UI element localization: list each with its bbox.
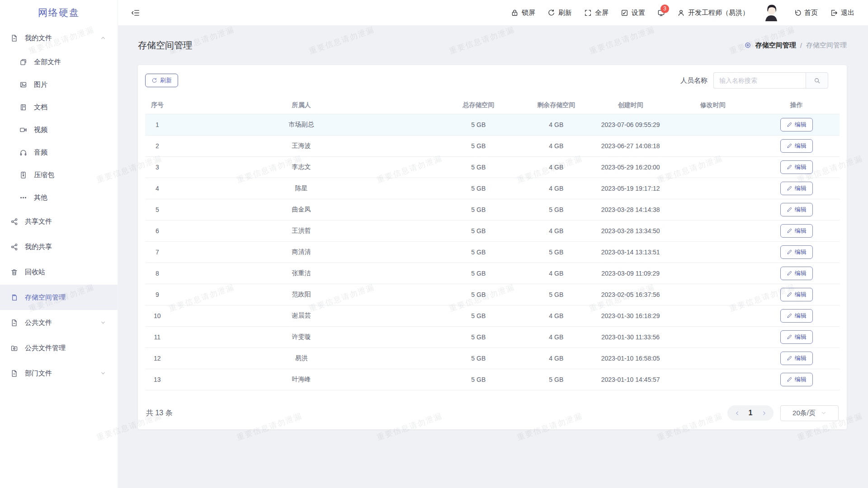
sidebar-item-others[interactable]: 其他 (0, 186, 118, 209)
sidebar-item-public-files[interactable]: 公共文件 (0, 310, 118, 335)
current-page[interactable]: 1 (745, 409, 756, 417)
breadcrumb-item-first[interactable]: 存储空间管理 (755, 41, 796, 50)
search-input[interactable] (713, 72, 806, 89)
cell-owner: 李志文 (170, 156, 434, 178)
sidebar-item-archives[interactable]: 压缩包 (0, 164, 118, 186)
sidebar-item-shared-files[interactable]: 共享文件 (0, 209, 118, 234)
lock-screen-button[interactable]: 锁屏 (511, 9, 535, 17)
edit-button[interactable]: 编辑 (780, 352, 813, 365)
cell-modified (672, 220, 754, 241)
sidebar-item-label: 压缩包 (34, 171, 54, 179)
headphones-icon (19, 149, 27, 156)
user-menu[interactable]: 开发工程师（易洪） (677, 9, 749, 17)
sidebar-item-label: 音频 (34, 148, 47, 157)
edit-button[interactable]: 编辑 (780, 330, 813, 344)
edit-button[interactable]: 编辑 (780, 203, 813, 216)
cell-modified (672, 241, 754, 263)
total-count: 共 13 条 (146, 408, 173, 418)
magnifier-icon (814, 77, 821, 84)
chevron-down-icon (100, 371, 106, 376)
files-icon (19, 58, 27, 66)
sidebar-item-public-files-management[interactable]: 公共文件管理 (0, 335, 118, 361)
location-pin-icon (744, 42, 751, 49)
page-size-select[interactable]: 20条/页 (780, 405, 839, 421)
search-button[interactable] (806, 72, 828, 89)
cell-actions: 编辑 (754, 284, 840, 305)
pencil-icon (787, 185, 793, 191)
edit-button[interactable]: 编辑 (780, 182, 813, 195)
sidebar-item-recycle-bin[interactable]: 回收站 (0, 259, 118, 285)
sidebar-item-label: 回收站 (25, 268, 45, 277)
cell-created: 2023-03-28 13:34:50 (589, 220, 672, 241)
settings-button[interactable]: 设置 (621, 9, 645, 17)
storage-card-icon (10, 294, 18, 301)
table-row: 13叶海峰5 GB5 GB2023-01-10 14:45:57编辑 (145, 369, 840, 390)
document-icon (10, 34, 18, 42)
cell-no: 12 (145, 347, 170, 369)
table-row: 12易洪5 GB4 GB2023-01-10 16:58:05编辑 (145, 347, 840, 369)
refresh-page-button[interactable]: 刷新 (547, 9, 572, 17)
logout-icon (830, 9, 838, 17)
sidebar-item-audio[interactable]: 音频 (0, 141, 118, 164)
sidebar-item-all-files[interactable]: 全部文件 (0, 51, 118, 73)
table-refresh-button[interactable]: 刷新 (145, 74, 178, 87)
table-row: 7商清清5 GB5 GB2023-03-14 13:13:51编辑 (145, 241, 840, 263)
cell-actions: 编辑 (754, 263, 840, 284)
edit-button-label: 编辑 (795, 227, 807, 235)
pencil-icon (787, 270, 793, 276)
sidebar-item-images[interactable]: 图片 (0, 73, 118, 96)
collapse-sidebar-icon[interactable] (131, 9, 140, 17)
table-row: 1市场副总5 GB4 GB2023-07-06 09:55:29编辑 (145, 114, 840, 135)
user-name-label: 开发工程师（易洪） (688, 9, 749, 17)
sidebar: 网络硬盘 我的文件全部文件图片文档视频音频压缩包其他共享文件我的共享回收站存储空… (0, 0, 118, 488)
cell-total: 5 GB (433, 156, 524, 178)
cell-no: 13 (145, 369, 170, 390)
prev-page-button[interactable] (732, 408, 742, 418)
edit-button-label: 编辑 (795, 248, 807, 256)
cell-total: 5 GB (433, 135, 524, 156)
edit-button[interactable]: 编辑 (780, 160, 813, 174)
breadcrumb-separator: / (800, 42, 802, 49)
edit-button-label: 编辑 (795, 375, 807, 384)
edit-button[interactable]: 编辑 (780, 245, 813, 259)
user-avatar[interactable] (761, 3, 781, 23)
edit-button[interactable]: 编辑 (780, 139, 813, 153)
cell-created: 2023-01-30 16:18:29 (589, 305, 672, 326)
folder-gear-icon (10, 344, 18, 352)
sidebar-item-documents[interactable]: 文档 (0, 96, 118, 118)
fullscreen-button[interactable]: 全屏 (584, 9, 609, 17)
edit-button[interactable]: 编辑 (780, 288, 813, 301)
home-button[interactable]: 首页 (793, 9, 818, 17)
card-toolbar: 刷新 人员名称 (145, 72, 840, 89)
cell-owner: 范政阳 (170, 284, 434, 305)
edit-button[interactable]: 编辑 (780, 267, 813, 280)
pencil-icon (787, 143, 793, 149)
edit-button[interactable]: 编辑 (780, 309, 813, 323)
cell-no: 3 (145, 156, 170, 178)
cell-remaining: 4 GB (524, 178, 589, 199)
pencil-icon (787, 313, 793, 319)
notification-badge: 3 (660, 5, 669, 13)
edit-button[interactable]: 编辑 (780, 224, 813, 238)
next-page-button[interactable] (759, 408, 769, 418)
edit-button[interactable]: 编辑 (780, 373, 813, 386)
sidebar-item-my-shares[interactable]: 我的共享 (0, 234, 118, 259)
topbar: 锁屏 刷新 全屏 设置 3 (118, 0, 868, 25)
lock-screen-label: 锁屏 (522, 9, 535, 17)
cell-remaining: 5 GB (524, 369, 589, 390)
sidebar-item-my-files[interactable]: 我的文件 (0, 25, 118, 51)
edit-button-label: 编辑 (795, 291, 807, 299)
edit-button[interactable]: 编辑 (780, 118, 813, 131)
notifications-button[interactable]: 3 (657, 9, 665, 17)
sidebar-item-label: 图片 (34, 80, 47, 89)
cell-owner: 王洪哲 (170, 220, 434, 241)
sidebar-item-videos[interactable]: 视频 (0, 118, 118, 141)
edit-button-label: 编辑 (795, 121, 807, 129)
sidebar-item-storage-management[interactable]: 存储空间管理 (0, 285, 118, 310)
sidebar-item-department-files[interactable]: 部门文件 (0, 361, 118, 386)
logout-button[interactable]: 退出 (830, 9, 854, 17)
topbar-actions: 锁屏 刷新 全屏 设置 3 (511, 3, 854, 23)
cell-remaining: 5 GB (524, 199, 589, 220)
cell-modified (672, 135, 754, 156)
sidebar-item-label: 视频 (34, 126, 47, 134)
